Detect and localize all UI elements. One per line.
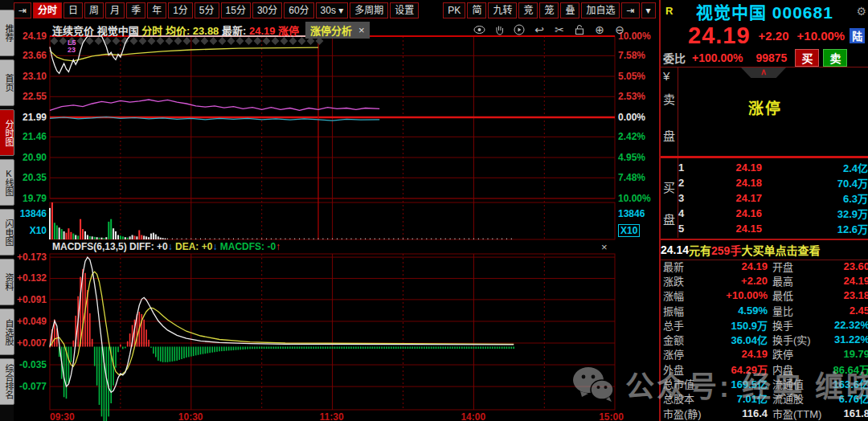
buy-button[interactable]: 买 (795, 49, 819, 67)
detail-value: 4.59% (710, 305, 768, 317)
left-sidebar: 推荐首页分时图K线图闪电图资料自选股综合排名 (0, 0, 14, 421)
detail-value: 161.8 (824, 407, 868, 419)
sidebar-item-资料[interactable]: 资料 (0, 259, 14, 305)
replay-icon[interactable] (513, 23, 526, 36)
price-change: +2.20 (759, 29, 789, 43)
dropdown-icon[interactable]: ▾ (641, 2, 656, 18)
detail-row: 总市值169.5亿流通值163.6亿 (661, 376, 868, 390)
book-price: 24.17 (690, 192, 762, 204)
volume-scale-label: 13846 (20, 208, 47, 219)
sidebar-item-闪电图[interactable]: 闪电图 (0, 209, 14, 255)
macd-close-icon[interactable]: × (601, 241, 608, 253)
detail-row: 总手150.9万换手22.32% (661, 317, 868, 332)
macd-axis-label: +0.091 (17, 294, 47, 305)
detail-value: +2.20 (710, 275, 768, 287)
period-tab-月[interactable]: 月 (105, 2, 125, 18)
zoom-in-icon[interactable]: ⊕ (593, 23, 606, 36)
tool-tab-简[interactable]: 简 (467, 2, 486, 18)
detail-value: 163.6亿 (824, 376, 868, 391)
period-tab-多周期[interactable]: 多周期 (350, 2, 388, 18)
pct-axis-label: 4.95% (618, 152, 645, 163)
eye-icon[interactable] (473, 23, 485, 36)
sell-col-label-1: 卖 (663, 90, 675, 107)
tool-tab-九转[interactable]: 九转 (488, 2, 517, 18)
detail-label: 换手(实) (768, 332, 824, 347)
period-tab-1分[interactable]: 1分 (168, 2, 193, 18)
order-book-row[interactable]: 524.1512.6万 (678, 221, 868, 236)
period-tab-设置[interactable]: 设置 (390, 2, 419, 18)
detail-value: 169.5亿 (710, 376, 768, 391)
time-axis-label: 15:00 (599, 411, 624, 421)
hand-icon[interactable] (493, 23, 506, 36)
detail-label: 振幅 (661, 303, 710, 318)
volume-scale-label: 13846 (618, 208, 645, 219)
detail-value: 31.22% (824, 333, 868, 345)
pct-axis-label: 7.48% (618, 172, 645, 183)
period-tab-周[interactable]: 周 (84, 2, 104, 18)
period-tab-30分[interactable]: 30分 (252, 2, 282, 18)
weibi-amount: 99875 (755, 51, 787, 64)
sidebar-item-K线图[interactable]: K线图 (0, 159, 14, 206)
big-order-notice[interactable]: 24.14元有 259手 大买单 点击查看 (661, 239, 868, 260)
stock-title[interactable]: 视觉中国 000681 (673, 0, 856, 23)
weibi-row: 委比 +100.00% 99875 买 卖 (661, 49, 868, 67)
price-axis-label: 23.66 (23, 50, 47, 61)
sell-button[interactable]: 卖 (823, 49, 847, 67)
quote-panel-header: R 视觉中国 000681 ⚙ (661, 0, 868, 22)
scissors-icon[interactable]: ✂ (553, 23, 566, 36)
gear-icon[interactable]: ⚙ (856, 5, 866, 18)
sidebar-item-首页[interactable]: 首页 (0, 59, 14, 106)
notice-part: 大买单 (741, 242, 775, 258)
lock-icon[interactable] (573, 23, 586, 36)
pct-axis-label: 5.05% (618, 71, 645, 82)
order-book-row[interactable]: 324.176.3万 (678, 190, 868, 206)
detail-value: 7.01亿 (710, 390, 768, 406)
detail-label: 最高 (768, 273, 824, 288)
tool-tab-PK[interactable]: PK (443, 2, 465, 18)
book-volume: 70.4万 (762, 175, 868, 190)
sidebar-item-推荐[interactable]: 推荐 (0, 10, 14, 56)
book-level: 3 (678, 192, 690, 204)
pct-axis-label: 0.00% (618, 112, 645, 123)
tool-tab-笼[interactable]: 笼 (539, 2, 559, 18)
period-tab-30s ▾[interactable]: 30s ▾ (316, 2, 349, 18)
close-icon[interactable]: × (358, 24, 365, 36)
detail-label: 内盘 (768, 362, 824, 377)
order-book-row[interactable]: 124.192.4亿 (678, 160, 868, 175)
detail-label: 市盈(静) (661, 406, 710, 421)
period-tab-日[interactable]: 日 (63, 2, 83, 18)
zoom-out-icon[interactable]: ⊖ (613, 23, 626, 36)
collapse-arrow[interactable]: ∧ (741, 67, 786, 78)
undo-icon[interactable]: ↩ (533, 23, 546, 36)
period-tab-年[interactable]: 年 (147, 2, 166, 18)
macd-axis-label: +0.132 (17, 272, 47, 284)
book-price: 24.18 (690, 177, 762, 189)
limit-up-analysis-tab[interactable]: 涨停分析 × (305, 22, 370, 39)
period-tab-5分[interactable]: 5分 (194, 2, 219, 18)
pct-axis-label: 2.42% (618, 131, 645, 142)
detail-value: 24.19 (824, 275, 868, 287)
detail-label: 金额 (661, 332, 710, 347)
tool-tab-加自选[interactable]: 加自选 (581, 2, 620, 18)
sidebar-item-分时图[interactable]: 分时图 (0, 109, 14, 156)
period-tab-60分[interactable]: 60分 (284, 2, 313, 18)
sidebar-item-自选股[interactable]: 自选股 (0, 309, 14, 355)
detail-label: 总手 (661, 317, 710, 333)
period-tab-季[interactable]: 季 (126, 2, 145, 18)
order-book-row[interactable]: 424.1632.9万 (678, 206, 868, 221)
dock-right-icon[interactable]: ⇥ (621, 2, 639, 18)
dock-icon[interactable]: ⇥ (14, 2, 31, 18)
period-tab-分时[interactable]: 分时 (33, 2, 62, 18)
book-price: 24.19 (690, 161, 762, 174)
time-axis-label: 10:30 (178, 411, 203, 421)
order-book-row[interactable]: 224.1870.4万 (678, 175, 868, 190)
tool-tab-竞[interactable]: 竞 (518, 2, 538, 18)
chart-annotation: L5 23 (68, 39, 76, 54)
tool-tab-叠[interactable]: 叠 (560, 2, 579, 18)
book-price: 24.15 (690, 223, 762, 235)
detail-value: 24.19 (710, 348, 768, 360)
period-tab-15分[interactable]: 15分 (221, 2, 251, 18)
quote-details: 最新24.19开盘23.60涨跌+2.20最高24.19涨幅+10.00%最低2… (661, 259, 868, 420)
price-axis-label: 20.90 (23, 152, 47, 163)
sidebar-item-综合排名[interactable]: 综合排名 (0, 358, 14, 405)
